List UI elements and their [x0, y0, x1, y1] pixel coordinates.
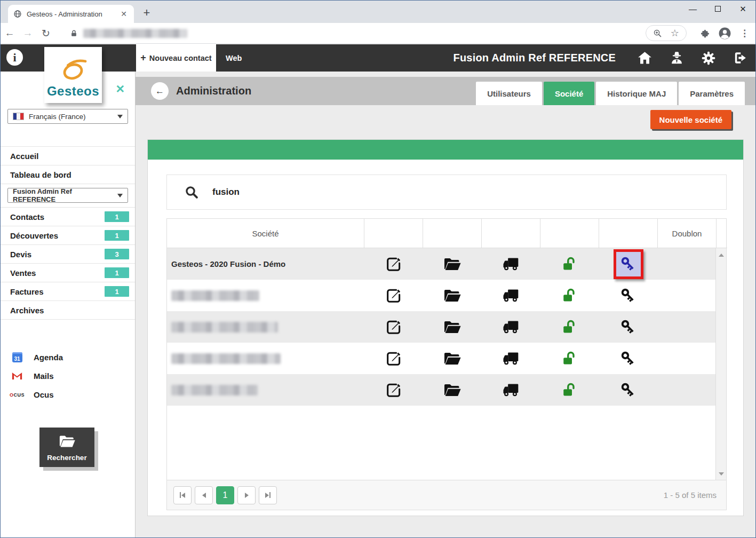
tab-parametres[interactable]: Paramètres: [679, 82, 745, 105]
sidebar-item-ventes[interactable]: Ventes 1: [1, 263, 135, 282]
tab-utilisateurs[interactable]: Utilisateurs: [476, 82, 542, 105]
key-button[interactable]: [620, 382, 637, 399]
table-scrollbar[interactable]: [715, 248, 726, 481]
new-contact-button[interactable]: + Nouveau contact: [136, 44, 216, 72]
sidebar-item-agenda[interactable]: 31 Agenda: [1, 348, 135, 367]
truck-button[interactable]: [503, 383, 520, 397]
search-box[interactable]: fusion: [166, 175, 727, 210]
web-menu-item[interactable]: Web: [217, 44, 250, 72]
browser-menu-icon[interactable]: ⋮: [740, 28, 749, 39]
context-select[interactable]: Fusion Admin Ref REFERENCE: [7, 188, 128, 203]
open-folder-button[interactable]: [443, 318, 461, 336]
zoom-in-icon[interactable]: [653, 29, 662, 38]
key-button-highlighted[interactable]: [614, 249, 643, 279]
main-content: ← Administration Utilisateurs Société Hi…: [136, 72, 755, 537]
truck-button[interactable]: [503, 257, 520, 271]
france-flag-icon: [13, 113, 24, 120]
open-folder-button[interactable]: [443, 350, 461, 368]
new-tab-button[interactable]: +: [139, 6, 154, 21]
sidebar-item-factures[interactable]: Factures 1: [1, 282, 135, 300]
search-input[interactable]: fusion: [212, 187, 240, 197]
truck-button[interactable]: [503, 352, 520, 366]
gear-icon[interactable]: [701, 51, 716, 66]
pager-next-button[interactable]: [237, 486, 256, 504]
new-contact-label: Nouveau contact: [149, 54, 212, 62]
bookmark-star-icon[interactable]: ☆: [671, 28, 679, 38]
window-minimize-button[interactable]: —: [680, 1, 705, 17]
forward-button[interactable]: →: [19, 27, 37, 39]
unlock-button[interactable]: [562, 288, 578, 304]
browser-window: Gesteos - Administration ✕ + — ✕ ← → ↻ ☆…: [0, 0, 756, 538]
back-button[interactable]: ←: [1, 27, 19, 39]
window-maximize-button[interactable]: [705, 1, 730, 17]
edit-company-button[interactable]: [385, 319, 402, 336]
sidebar-item-decouvertes[interactable]: Découvertes 1: [1, 226, 135, 244]
key-button[interactable]: [620, 287, 637, 304]
contacts-count-badge: 1: [105, 211, 129, 222]
sign-out-icon[interactable]: [733, 50, 748, 66]
topbar-icons: [637, 44, 748, 72]
home-icon[interactable]: [637, 50, 652, 66]
table-row: Gesteos - 2020 Fusion - Démo: [167, 248, 726, 280]
pager-page-1[interactable]: 1: [216, 486, 234, 504]
redacted-url: [83, 29, 187, 38]
chevron-down-icon: [117, 194, 123, 200]
pager-first-button[interactable]: [173, 486, 192, 504]
pager-prev-button[interactable]: [195, 486, 213, 504]
table-row: [167, 311, 726, 343]
back-button-circle[interactable]: ←: [151, 82, 169, 100]
decouvertes-count-badge: 1: [105, 230, 129, 241]
rechercher-button[interactable]: Rechercher: [39, 428, 94, 467]
key-button[interactable]: [620, 319, 637, 336]
edit-company-button[interactable]: [385, 382, 402, 399]
table-header: Société Doublon: [167, 219, 726, 248]
window-close-button[interactable]: ✕: [730, 1, 755, 17]
companies-table: Société Doublon Gesteos - 2020 Fusion - …: [166, 218, 727, 510]
unlock-button[interactable]: [562, 256, 578, 272]
sidebar-item-devis[interactable]: Devis 3: [1, 244, 135, 263]
edit-company-button[interactable]: [385, 256, 402, 273]
open-folder-button[interactable]: [443, 381, 461, 399]
sidebar-item-ocus[interactable]: OCUS Ocus: [1, 385, 135, 404]
sidebar-close-icon[interactable]: ✕: [115, 83, 125, 94]
profile-avatar-icon[interactable]: [718, 27, 731, 40]
sidebar-item-tableau-de-bord[interactable]: Tableau de bord: [1, 165, 135, 184]
nouvelle-societe-button[interactable]: Nouvelle société: [650, 110, 731, 129]
edit-company-button[interactable]: [385, 350, 402, 367]
browser-tab[interactable]: Gesteos - Administration ✕: [8, 5, 134, 23]
sidebar-item-accueil[interactable]: Accueil: [1, 146, 135, 165]
language-select[interactable]: Français (France): [7, 109, 128, 124]
sidebar-item-mails[interactable]: Mails: [1, 367, 135, 385]
table-row: [167, 374, 726, 406]
table-row: [167, 343, 726, 374]
scroll-up-icon[interactable]: [719, 254, 724, 257]
extensions-puzzle-icon[interactable]: [701, 29, 710, 38]
edit-company-button[interactable]: [385, 287, 402, 304]
tab-societe[interactable]: Société: [544, 82, 594, 105]
scroll-down-icon[interactable]: [719, 472, 724, 476]
browser-toolbar: ← → ↻ ☆ ⋮: [1, 23, 755, 44]
unlock-button[interactable]: [562, 351, 578, 367]
key-button[interactable]: [620, 350, 637, 367]
unlock-button[interactable]: [562, 319, 578, 335]
sidebar-item-archives[interactable]: Archives: [1, 300, 135, 319]
page-title: Administration: [176, 77, 251, 105]
redacted-company-name: [171, 322, 278, 333]
tab-close-icon[interactable]: ✕: [119, 9, 129, 19]
tab-historique-maj[interactable]: Historique MAJ: [596, 82, 677, 105]
info-icon[interactable]: i: [6, 49, 23, 66]
sidebar-item-contacts[interactable]: Contacts 1: [1, 207, 135, 226]
truck-button[interactable]: [503, 289, 520, 303]
open-folder-button[interactable]: [443, 287, 461, 305]
truck-button[interactable]: [503, 320, 520, 334]
unlock-button[interactable]: [562, 382, 578, 398]
user-secret-icon[interactable]: [669, 50, 685, 66]
reload-button[interactable]: ↻: [37, 27, 55, 39]
globe-favicon: [13, 10, 22, 18]
address-bar[interactable]: [59, 26, 646, 41]
gesteos-logo: Gesteos: [44, 47, 102, 103]
open-folder-button[interactable]: [443, 255, 461, 273]
app-title: Fusion Admin Ref REFERENCE: [453, 44, 616, 72]
pager-last-button[interactable]: [259, 486, 277, 504]
doublon-cell: [658, 280, 717, 311]
